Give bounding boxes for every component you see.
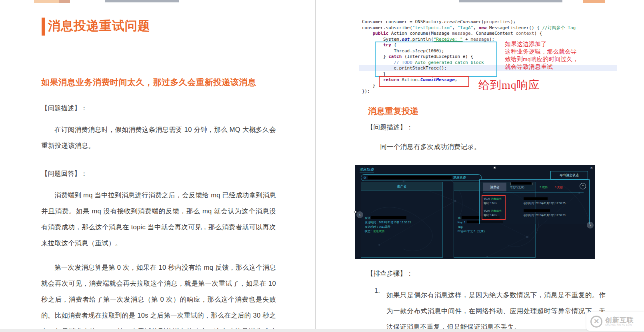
brand-name: 创新互联: [605, 317, 634, 324]
trace-search-bar[interactable]: 0f 消息轨迹: [361, 174, 482, 181]
consumer-tab-button[interactable]: 消费者: [483, 183, 506, 191]
consume-record-1-right: 收到时间: 2019年11月13日 12:36:25: [524, 197, 566, 205]
image-resize-handle-top[interactable]: [494, 167, 496, 169]
consume-record-2-right: 收到时间: 2019年11月13日 12:36:29: [524, 209, 566, 217]
message-trace-screenshot: 消息轨迹 0f 消息轨迹 导出消息轨迹 × 生产者 发送 发送时间：2019年1…: [355, 165, 595, 259]
watermark-badge: ✕ 创新互联 CHUANG XIN HU LIAN: [586, 312, 644, 331]
search-button-label[interactable]: 消息轨迹: [453, 175, 466, 180]
consumer-group-info: () 华北2 (北京): [510, 182, 532, 189]
search-id-prefix: 0f: [364, 176, 366, 179]
paragraph: 同一个消息有多次成功消费记录。: [380, 143, 481, 151]
page-title: 消息投递重试问题: [48, 18, 150, 34]
red-annotation-text: 如果这边添加了 这种业务逻辑，那么就会导 致给到mq响应的时间过久， 就会导致消…: [505, 40, 578, 71]
carousel-next-icon[interactable]: ›: [587, 222, 594, 229]
producer-panel: 生产者 发送 发送时间：2019年11月13日 12:36:21 发送耗时：70…: [361, 182, 443, 258]
producer-details: 发送 发送时间：2019年11月13日 12:36:21 发送耗时：7011毫秒…: [365, 216, 411, 233]
annotation-line: 就会导致消息重试: [505, 63, 578, 71]
header-remnant-text-right: [459, 0, 562, 2]
carousel-prev-icon[interactable]: ‹: [356, 211, 363, 218]
consumer-region: 华北2 (北京): [510, 185, 532, 189]
page-divider: [315, 0, 316, 332]
annotation-line: 这种业务逻辑，那么就会导: [505, 48, 578, 56]
annotation-line: 致给到mq响应的时间过久，: [505, 56, 578, 63]
fail-count: 0 失败: [555, 185, 563, 189]
header-remnant-orange3: [583, 0, 605, 3]
brand-logo-icon: ✕: [590, 316, 602, 328]
label-problem-desc: 【问题描述】：: [41, 103, 276, 113]
paragraph: 在订阅消费消息时，假如消费这条消息需要 10 分钟，那么 MQ 大概多久会重新投…: [41, 121, 276, 153]
annotation-line: 如果这边添加了: [505, 40, 578, 48]
duplicate-consume-red-box: [482, 195, 506, 220]
label-problem-desc-right: 【问题描述】：: [367, 123, 413, 132]
code-red-annotation-box: [379, 76, 469, 87]
brand-name-pinyin: CHUANG XIN HU LIAN: [605, 324, 634, 326]
close-icon[interactable]: ×: [590, 165, 593, 170]
trace-title: 消息轨迹: [360, 167, 374, 173]
producer-send-row: 发送: [365, 216, 411, 220]
producer-panel-header: 生产者: [361, 182, 442, 191]
left-page-body: 如果消息业务消费时间太久，那过多久会重新投递该消息 【问题描述】： 在订阅消费消…: [41, 77, 276, 332]
consumer-panel: 消费者 () 华北2 (北京) 2 成功 0 失败 ⌃ 第1次 消费成功 耗时:…: [479, 179, 590, 224]
export-trace-button[interactable]: 导出消息轨迹: [550, 171, 588, 179]
producer-status: 状态：发送成功: [365, 229, 411, 233]
ordered-list-item: 1. 如果只是偶尔有消息这样，是因为绝大多数情况下，消息是不重复的。作为一款分布…: [374, 287, 606, 332]
list-text: 如果只是偶尔有消息这样，是因为绝大多数情况下，消息是不重复的。作为一款分布式消息…: [386, 287, 606, 332]
consumer-counts: 2 成功 0 失败: [540, 185, 563, 189]
paragraph: 消费端到 mq 当中拉到消息进行消费之后，会反馈给 mq 已经成功拿到消息并且消…: [41, 187, 276, 251]
image-resize-handle-left[interactable]: [354, 211, 356, 213]
title-accent-bar: [42, 18, 45, 36]
topic-tag-row: Tag:: [458, 225, 503, 229]
section-subtitle: 如果消息业务消费时间太久，那过多久会重新投递该消息: [41, 77, 276, 88]
label-troubleshoot-steps: 【排查步骤】：: [367, 269, 413, 278]
header-remnant-orange: [34, 0, 59, 3]
red-annotation-big: 给到mq响应: [478, 78, 540, 93]
bottom-edge-strip: [0, 329, 644, 332]
document-page: 消息投递重试问题 如果消息业务消费时间太久，那过多久会重新投递该消息 【问题描述…: [0, 0, 644, 332]
header-remnant-text-left: [105, 0, 179, 2]
header-remnant-orange2: [59, 0, 70, 3]
code-cyan-annotation-box: [375, 42, 497, 77]
producer-send-cost: 发送耗时：7011毫秒: [365, 225, 411, 229]
paragraph: 第一次发消息算是第 0 次，如果在 10 秒内没有给 mq 反馈，那么这个消息就…: [41, 259, 276, 332]
section-heading-duplicate-delivery: 消息重复投递: [368, 105, 418, 117]
topic-region-row: Region:华北 2（北京）: [458, 229, 503, 233]
label-problem-answer: 【问题回答】：: [41, 168, 276, 179]
list-number: 1.: [374, 287, 380, 294]
success-count: 2 成功: [540, 185, 548, 189]
consumer-header-rule: [483, 193, 584, 193]
redacted-message-id: [368, 176, 452, 179]
producer-send-time: 发送时间：2019年11月13日 12:36:21: [365, 220, 411, 225]
collapse-up-icon[interactable]: ⌃: [580, 183, 586, 189]
